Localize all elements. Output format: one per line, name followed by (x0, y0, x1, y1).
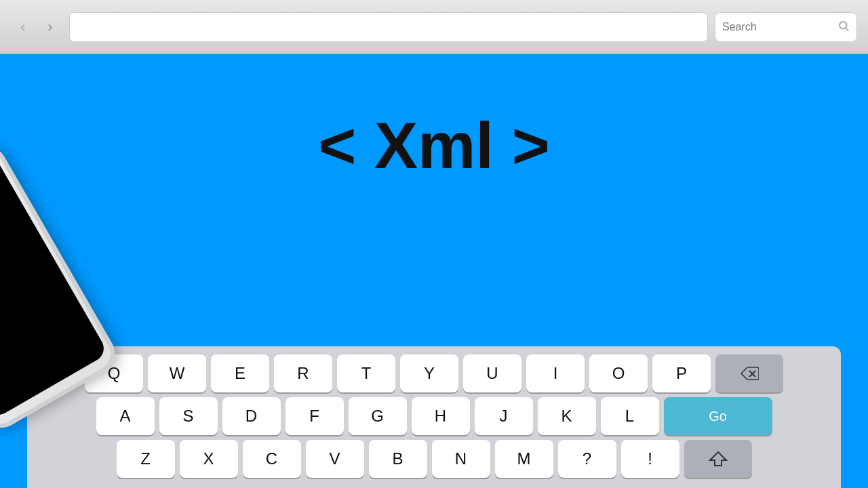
key-x[interactable]: X (180, 440, 238, 478)
key-question[interactable]: ? (558, 440, 616, 478)
key-n[interactable]: N (432, 440, 490, 478)
shift-key[interactable] (684, 440, 752, 478)
page-title: < Xml > (318, 108, 550, 183)
key-u[interactable]: U (463, 354, 521, 392)
key-k[interactable]: K (538, 397, 596, 435)
key-w[interactable]: W (148, 354, 206, 392)
key-s[interactable]: S (159, 397, 218, 435)
key-t[interactable]: T (337, 354, 395, 392)
keyboard-area: Q W E R T Y U I O P A S D F G (27, 346, 841, 488)
keyboard-row-3: Z X C V B N M ? ! (33, 440, 835, 478)
svg-line-1 (846, 28, 848, 30)
keyboard-row-2: A S D F G H J K L Go (33, 397, 835, 435)
nav-buttons: ‹ › (11, 15, 62, 39)
key-d[interactable]: D (222, 397, 281, 435)
forward-button[interactable]: › (38, 15, 62, 39)
key-a[interactable]: A (96, 397, 155, 435)
browser-toolbar: ‹ › (0, 0, 868, 54)
key-exclaim[interactable]: ! (621, 440, 679, 478)
go-button[interactable]: Go (664, 397, 772, 435)
key-y[interactable]: Y (400, 354, 458, 392)
phone-screen (0, 154, 108, 420)
keyboard-row-1: Q W E R T Y U I O P (33, 354, 835, 392)
key-v[interactable]: V (306, 440, 364, 478)
search-input[interactable] (722, 21, 833, 33)
key-c[interactable]: C (243, 440, 301, 478)
key-m[interactable]: M (495, 440, 553, 478)
key-h[interactable]: H (412, 397, 470, 435)
key-p[interactable]: P (652, 354, 711, 392)
key-i[interactable]: I (526, 354, 585, 392)
key-g[interactable]: G (349, 397, 407, 435)
search-box[interactable] (715, 12, 857, 42)
key-e[interactable]: E (211, 354, 269, 392)
backspace-key[interactable] (715, 354, 783, 392)
key-j[interactable]: J (475, 397, 533, 435)
key-b[interactable]: B (369, 440, 427, 478)
key-z[interactable]: Z (117, 440, 175, 478)
address-bar[interactable] (69, 12, 708, 42)
back-button[interactable]: ‹ (11, 15, 35, 39)
main-content: < Xml > Q W E R T Y U I O P A S (0, 54, 868, 488)
key-r[interactable]: R (274, 354, 332, 392)
key-f[interactable]: F (285, 397, 344, 435)
key-o[interactable]: O (589, 354, 648, 392)
search-icon (837, 20, 850, 35)
svg-point-0 (840, 22, 847, 29)
key-l[interactable]: L (601, 397, 659, 435)
